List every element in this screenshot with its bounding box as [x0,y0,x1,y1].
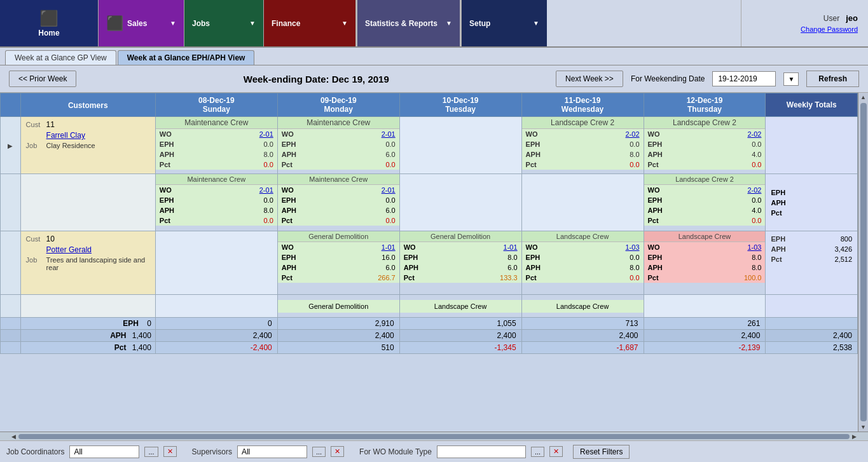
jobs-arrow-icon: ▼ [249,20,256,27]
change-password-link[interactable]: Change Password [801,25,858,33]
nav-setup[interactable]: Setup ▼ [461,0,547,46]
main-content: Customers 08-Dec-19 Sunday 09-Dec-19 Mon… [0,93,868,440]
monday-header: 09-Dec-19 Monday [277,93,399,117]
reset-filters-button[interactable]: Reset Filters [573,445,630,459]
prior-week-button[interactable]: << Prior Week [9,71,76,87]
wo-module-input[interactable] [437,445,526,458]
arrow-cell-3 [1,231,21,295]
sales-cube-icon: ⬛ [106,15,123,32]
nav-finance[interactable]: Finance ▼ [264,0,356,46]
thursday-cell-3: Landscape Crew WO1-03 EPH8.0 APH8.0 Pct1… [644,231,766,295]
nav-sales[interactable]: ⬛ Sales ▼ [99,0,184,46]
wednesday-header: 11-Dec-19 Wednesday [521,93,644,117]
job-coordinators-input[interactable] [69,445,139,458]
job-name-1: Clay Residence [46,142,95,149]
finance-label: Finance [272,19,300,28]
sun-pct-1: 0.0 [263,161,273,168]
finance-arrow-icon: ▼ [341,20,348,27]
setup-label: Setup [469,19,490,28]
next-week-button[interactable]: Next Week >> [556,71,623,87]
customer-cell-4 [20,295,155,318]
stats-label: Statistics & Reports [365,19,437,28]
supervisors-input[interactable] [237,445,307,458]
wo-module-clear[interactable]: ✕ [549,446,563,457]
weekly-cell-3: EPH 800 APH 3,426 Pct 2,512 [766,231,858,295]
thursday-cell-4 [644,295,766,318]
cust-num-3: 10 [46,234,55,243]
sunday-cell-4 [155,295,277,318]
job-coordinators-browse[interactable]: ... [144,447,158,457]
weekending-date-input[interactable] [712,71,776,86]
scroll-down-button[interactable]: ▼ [860,424,866,430]
user-panel: User jeo Change Password [741,0,868,46]
sunday-header: 08-Dec-19 Sunday [155,93,277,117]
stats-arrow-icon: ▼ [446,20,452,27]
tuesday-header: 10-Dec-19 Tuesday [399,93,521,117]
vertical-scrollbar[interactable]: ▲ ▼ [858,93,868,431]
tuesday-cell-4: Landscape Crew [399,295,521,318]
nav-jobs[interactable]: Jobs ▼ [184,0,264,46]
cust-name-3[interactable]: Potter Gerald [46,245,92,254]
home-cube-icon: ⬛ [39,10,59,27]
wednesday-cell-4: Landscape Crew [521,295,644,318]
weekly-totals-header: Weekly Totals [766,93,858,117]
tab-bar: Week at a Glance GP View Week at a Glanc… [0,48,868,65]
supervisors-clear[interactable]: ✕ [331,446,344,457]
scroll-right-button[interactable]: ▶ [852,433,857,440]
home-label: Home [38,29,59,37]
sun-wo-val-1[interactable]: 2-01 [259,130,273,138]
header-row: Customers 08-Dec-19 Sunday 09-Dec-19 Mon… [1,93,858,117]
bottom-bar: Job Coordinators ... ✕ Supervisors ... ✕… [0,440,868,462]
nav-home[interactable]: ⬛ Home [0,0,99,46]
user-name: jeo [846,13,858,23]
horizontal-scrollbar[interactable]: ◀ ▶ [0,431,868,440]
job-label-1: Job [26,142,43,149]
mon-wo-val-1[interactable]: 2-01 [382,130,396,138]
wednesday-cell-3: Landscape Crew WO1-03 EPH0.0 APH8.0 Pct0… [521,231,644,295]
toolbar: << Prior Week Week-ending Date: Dec 19, … [0,65,868,93]
tuesday-cell-3: General Demolition WO1-01 EPH8.0 APH6.0 … [399,231,521,295]
sunday-cell-1: Maintenance Crew WO 2-01 EPH 0.0 [155,117,277,174]
sun-wo-label-1: WO [160,130,172,138]
sales-label: Sales [127,19,147,28]
nav-stats[interactable]: Statistics & Reports ▼ [356,0,461,46]
thursday-header: 12-Dec-19 Thursday [644,93,766,117]
job-coordinators-clear[interactable]: ✕ [163,446,177,457]
date-dropdown-button[interactable]: ▼ [783,72,799,86]
arrow-cell-4 [1,295,21,318]
sun-eph-1: 0.0 [263,140,273,148]
thursday-cell-1: Landscape Crew 2 WO 2-02 EPH 0.0 [644,117,766,174]
thursday-cell-2: Landscape Crew 2 WO2-02 EPH0.0 APH4.0 Pc… [644,174,766,231]
mon-crew-1: Maintenance Crew [307,118,370,127]
cust-num-1: 11 [46,120,55,129]
supervisors-browse[interactable]: ... [312,447,326,457]
scroll-left-button[interactable]: ◀ [11,433,16,440]
customer-cell-3: Cust 10 Potter Gerald Job Trees and land… [20,231,155,295]
monday-cell-4: General Demolition [277,295,399,318]
sun-crew-1: Maintenance Crew [184,118,248,127]
monday-cell-3: General Demolition WO1-01 EPH16.0 APH6.0… [277,231,399,295]
week-ending-label: Week-ending Date: Dec 19, 2019 [84,74,548,85]
wo-module-browse[interactable]: ... [531,447,544,457]
summary-row-aph: APH 1,400 2,400 2,400 2,400 2,400 2,400 … [1,330,858,342]
arrow-cell[interactable]: ▶ [1,117,21,174]
monday-cell-2: Maintenance Crew WO2-01 EPH0.0 APH6.0 Pc… [277,174,399,231]
table-row: ▶ Cust 11 Farrell Clay [1,117,858,174]
summary-row-pct: Pct 1,400 -2,400 510 -1,345 -1,687 -2,13… [1,342,858,354]
supervisors-label: Supervisors [192,447,232,456]
table-row: Maintenance Crew WO2-01 EPH0.0 APH8.0 Pc… [1,174,858,231]
customer-cell-1: Cust 11 Farrell Clay Job Clay Residence [20,117,155,174]
tab-gp-view[interactable]: Week at a Glance GP View [5,50,116,65]
arrow-cell-2 [1,174,21,231]
job-name-3: Trees and landscaping side and rear [46,256,150,271]
tab-eph-aph-view[interactable]: Week at a Glance EPH/APH View [118,50,255,65]
scroll-up-button[interactable]: ▲ [860,94,866,100]
tuesday-cell-2 [399,174,521,231]
refresh-button[interactable]: Refresh [806,71,859,87]
weekly-cell-1 [766,117,858,174]
for-weekending-label: For Weekending Date [631,74,705,83]
table-row: General Demolition Landscape Crew Landsc… [1,295,858,318]
cust-name-1[interactable]: Farrell Clay [46,131,85,140]
monday-cell-1: Maintenance Crew WO 2-01 EPH 0.0 [277,117,399,174]
job-coordinators-label: Job Coordinators [6,447,64,456]
